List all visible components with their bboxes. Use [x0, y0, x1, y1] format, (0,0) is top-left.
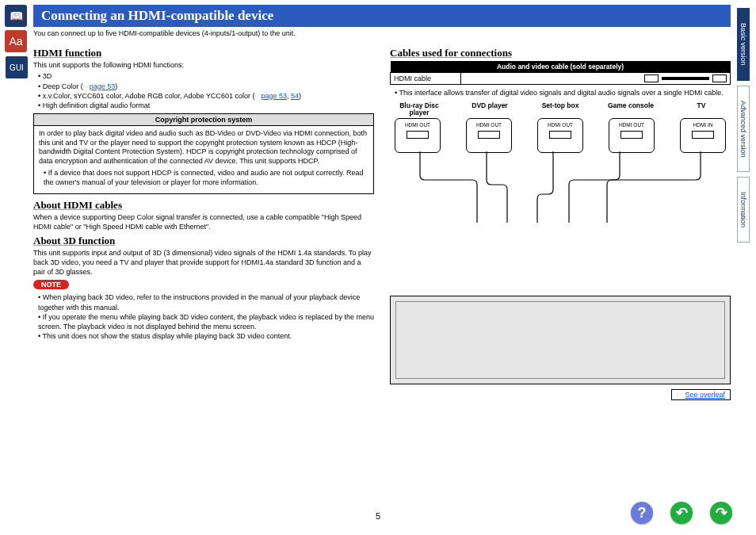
hdmi-port-icon: [620, 131, 643, 139]
cable-diagram: [390, 151, 731, 223]
port-row: HDMI OUT HDMI OUT HDMI OUT HDMI OUT HDMI…: [390, 118, 731, 153]
font-size-icon[interactable]: Aa: [5, 30, 27, 52]
link-page-53a[interactable]: page 53: [90, 82, 116, 90]
gui-icon[interactable]: GUI: [5, 55, 29, 79]
hdmi-port-icon: [549, 131, 571, 139]
heading-about-cables: About HDMI cables: [33, 199, 374, 212]
tab-advanced[interactable]: Advanced version: [737, 86, 750, 173]
link-page-54[interactable]: 54: [291, 92, 299, 100]
heading-about-3d: About 3D function: [33, 235, 374, 247]
pointer-icon: ☞: [677, 391, 683, 399]
see-overleaf[interactable]: ☞ See overleaf: [671, 389, 731, 400]
hdmi-plug-icon: [712, 75, 727, 82]
device-stb: Set-top box: [536, 102, 585, 117]
text: x.v.Color, sYCC601 color, Adobe RGB colo…: [43, 92, 255, 100]
left-column: HDMI function This unit supports the fol…: [33, 44, 374, 400]
link-page-53b[interactable]: page 53: [261, 92, 287, 100]
text: ): [115, 82, 117, 90]
cable-table-header: Audio and video cable (sold separately): [391, 61, 731, 73]
device-dvd: DVD player: [465, 102, 514, 117]
copyright-box-header: Copyright protection system: [34, 114, 373, 126]
hdmi-port-icon: [407, 131, 429, 139]
note-3: This unit does not show the status displ…: [38, 331, 374, 341]
port-label: HDMI OUT: [405, 122, 430, 128]
device-labels: Blu-ray Disc player DVD player Set-top b…: [390, 102, 731, 117]
cps-body-1: In order to play back digital video and …: [39, 129, 368, 166]
book-icon[interactable]: 📖: [5, 5, 27, 27]
heading-cables-used: Cables used for connections: [390, 47, 731, 59]
tab-information[interactable]: Information: [737, 177, 750, 243]
intro-text: You can connect up to five HDMI-compatib…: [33, 29, 731, 39]
note-list: When playing back 3D video, refer to the…: [33, 292, 374, 341]
cable-row-label: HDMI cable: [391, 72, 461, 84]
port-game: HDMI OUT: [609, 118, 655, 153]
cps-body-2: If a device that does not support HDCP i…: [44, 168, 368, 187]
hdmi-port-icon: [692, 131, 714, 139]
port-tv: HDMI IN: [680, 118, 726, 153]
right-column: Cables used for connections Audio and vi…: [390, 44, 731, 400]
device-game: Game console: [606, 102, 655, 117]
heading-hdmi-function: HDMI function: [33, 47, 374, 59]
port-label: HDMI OUT: [548, 122, 573, 128]
cables-body: When a device supporting Deep Color sign…: [33, 213, 374, 231]
bottom-nav: ? ↶ ↷: [631, 502, 732, 524]
cable-row-graphic: [461, 72, 731, 84]
right-tabs: Basic version Advanced version Informati…: [737, 8, 751, 247]
text: ): [299, 92, 301, 100]
func-deepcolor: Deep Color (☞page 53): [38, 82, 374, 91]
overleaf-link[interactable]: See overleaf: [685, 391, 725, 399]
note-badge: NOTE: [33, 280, 69, 289]
prev-page-button[interactable]: ↶: [670, 502, 693, 524]
func-xvcolor: x.v.Color, sYCC601 color, Adobe RGB colo…: [38, 91, 374, 101]
help-button[interactable]: ?: [631, 502, 653, 524]
tab-basic[interactable]: Basic version: [737, 8, 750, 81]
func-intro: This unit supports the following HDMI fu…: [33, 61, 374, 71]
port-label: HDMI OUT: [476, 122, 502, 128]
port-label: HDMI OUT: [619, 122, 644, 128]
port-dvd: HDMI OUT: [466, 118, 512, 153]
port-label: HDMI IN: [693, 122, 713, 128]
note-2: If you operate the menu while playing ba…: [38, 312, 374, 331]
page-title: Connecting an HDMI-compatible device: [33, 5, 731, 27]
d3-body: This unit supports input and output of 3…: [33, 249, 374, 277]
cable-line-icon: [662, 77, 709, 80]
device-tv: TV: [677, 102, 726, 117]
port-bluray: HDMI OUT: [395, 118, 441, 153]
note-1: When playing back 3D video, refer to the…: [38, 292, 374, 311]
hdmi-plug-icon: [644, 75, 659, 82]
receiver-back-panel: [390, 296, 731, 384]
func-hd-audio: High definition digital audio format: [38, 101, 374, 110]
copyright-box: Copyright protection system In order to …: [33, 113, 374, 194]
device-bluray: Blu-ray Disc player: [395, 102, 444, 117]
port-stb: HDMI OUT: [537, 118, 583, 153]
interface-note: This interface allows transfer of digita…: [395, 88, 731, 97]
left-icon-rail: 📖 Aa GUI: [5, 5, 29, 82]
text: Deep Color (: [43, 82, 83, 90]
function-list: 3D Deep Color (☞page 53) x.v.Color, sYCC…: [33, 71, 374, 110]
next-page-button[interactable]: ↷: [710, 502, 732, 524]
func-3d: 3D: [38, 71, 374, 81]
cable-table: Audio and video cable (sold separately) …: [390, 61, 731, 85]
hdmi-port-icon: [478, 131, 500, 139]
